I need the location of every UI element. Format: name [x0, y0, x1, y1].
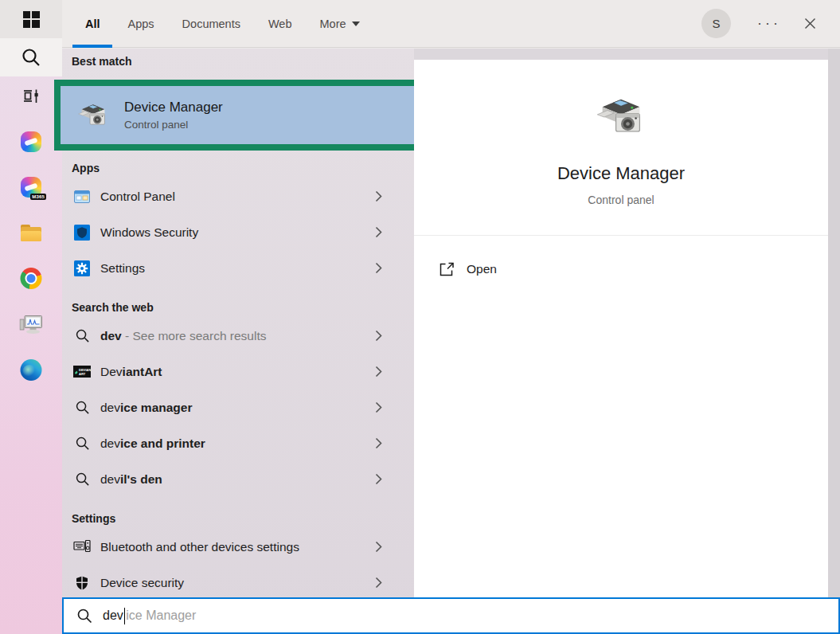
open-label: Open	[467, 262, 497, 276]
apps-section: Apps Control Panel	[62, 157, 414, 286]
close-button[interactable]	[797, 11, 822, 35]
result-label: Windows Security	[100, 225, 198, 240]
chevron-right-icon	[375, 541, 382, 553]
tab-documents[interactable]: Documents	[182, 0, 240, 48]
chevron-right-icon	[375, 401, 382, 413]
devices-icon	[73, 539, 91, 554]
edge-icon	[21, 359, 42, 381]
taskbar-icon-tuner[interactable]	[21, 88, 41, 105]
taskbar-icon-m365-copilot[interactable]: M365	[21, 177, 41, 198]
best-match-header: Best match	[72, 55, 131, 68]
m365-badge: M365	[30, 194, 46, 200]
copilot-icon	[21, 131, 41, 152]
best-match-title: Device Manager	[124, 100, 223, 115]
taskbar-search-button[interactable]	[0, 38, 62, 76]
more-options-button[interactable]: ···	[753, 10, 785, 37]
system-monitor-icon	[20, 314, 43, 335]
m365-copilot-icon: M365	[21, 177, 41, 198]
chevron-right-icon	[375, 577, 382, 589]
result-web-device-manager[interactable]: device manager	[62, 389, 414, 425]
search-icon	[73, 472, 91, 487]
close-icon	[804, 18, 816, 29]
search-icon	[73, 436, 91, 451]
taskbar-icon-edge[interactable]	[21, 359, 42, 381]
chrome-icon	[21, 268, 42, 289]
chevron-right-icon	[375, 366, 382, 378]
search-icon	[73, 328, 91, 343]
tab-web[interactable]: Web	[268, 0, 292, 48]
chevron-right-icon	[375, 190, 382, 202]
result-label: Bluetooth and other devices settings	[100, 540, 299, 554]
search-suggestion-text: ice Manager	[126, 609, 196, 623]
chevron-right-icon	[375, 330, 382, 342]
preview-top-gap	[414, 49, 828, 60]
preview-subtitle: Control panel	[414, 194, 828, 206]
taskbar-icon-system-monitor[interactable]	[20, 314, 43, 335]
search-icon	[21, 47, 41, 68]
preview-title: Device Manager	[414, 163, 828, 184]
settings-header: Settings	[62, 507, 414, 529]
filter-tabs: All Apps Documents Web More	[85, 0, 360, 48]
web-section: Search the web dev - See more search res…	[62, 296, 414, 497]
result-settings[interactable]: Settings	[62, 250, 414, 286]
taskbar-icon-file-explorer[interactable]	[21, 225, 41, 241]
text-cursor	[124, 608, 126, 624]
device-manager-icon	[76, 99, 110, 132]
search-input[interactable]: dev ice Manager	[62, 597, 840, 634]
control-panel-icon	[73, 190, 91, 203]
tab-apps[interactable]: Apps	[128, 0, 154, 48]
taskbar-icon-chrome[interactable]	[21, 268, 42, 289]
result-bluetooth-settings[interactable]: Bluetooth and other devices settings	[62, 529, 414, 565]
result-control-panel[interactable]: Control Panel	[62, 178, 414, 214]
chevron-right-icon	[375, 226, 382, 238]
result-web-devils-den[interactable]: devil's den	[62, 461, 414, 497]
tab-more[interactable]: More	[320, 0, 360, 48]
settings-section: Settings Bluetooth and other devices set…	[62, 507, 414, 601]
user-avatar[interactable]: S	[701, 9, 731, 38]
chevron-right-icon	[375, 437, 382, 449]
search-results-panel: Best match Device Manager Control panel	[62, 49, 414, 634]
search-icon	[73, 400, 91, 415]
result-windows-security[interactable]: Windows Security	[62, 214, 414, 250]
preview-panel: Device Manager Control panel Open	[414, 60, 828, 634]
search-typed-text: dev	[103, 609, 123, 623]
result-web-deviantart[interactable]: DEVIANT ART DeviantArt	[62, 354, 414, 389]
divider	[414, 235, 828, 236]
windows-logo-icon	[23, 11, 40, 28]
svg-text:ART: ART	[79, 372, 86, 376]
web-header: Search the web	[62, 296, 414, 318]
result-label: Settings	[100, 261, 145, 276]
settings-gear-icon	[73, 260, 91, 276]
windows-security-icon	[73, 225, 91, 241]
result-label: Control Panel	[100, 190, 175, 204]
open-action[interactable]: Open	[414, 252, 828, 286]
tab-all[interactable]: All	[85, 0, 100, 48]
windows-search-flyout: M365 All App	[0, 0, 840, 634]
chevron-right-icon	[375, 262, 382, 274]
result-web-device-and-printer[interactable]: device and printer	[62, 425, 414, 461]
best-match-subtitle: Control panel	[124, 119, 223, 131]
chevron-down-icon	[352, 22, 360, 26]
result-device-security[interactable]: Device security	[62, 565, 414, 601]
right-edge-strip	[828, 49, 840, 634]
deviantart-icon: DEVIANT ART	[73, 366, 91, 378]
chevron-right-icon	[375, 473, 382, 485]
file-explorer-icon	[21, 225, 41, 241]
taskbar: M365	[0, 0, 62, 634]
device-manager-icon	[594, 90, 648, 147]
search-icon	[76, 608, 92, 624]
result-web-dev[interactable]: dev - See more search results	[62, 318, 414, 354]
best-match-item[interactable]: Device Manager Control panel	[54, 80, 442, 151]
taskbar-icon-copilot[interactable]	[21, 131, 41, 152]
start-button[interactable]	[0, 0, 62, 38]
search-header: All Apps Documents Web More S ···	[62, 0, 840, 48]
open-external-icon	[439, 261, 455, 277]
shield-icon	[73, 575, 91, 591]
result-label: Device security	[100, 576, 184, 590]
apps-header: Apps	[62, 157, 414, 178]
tuner-icon	[21, 88, 41, 105]
